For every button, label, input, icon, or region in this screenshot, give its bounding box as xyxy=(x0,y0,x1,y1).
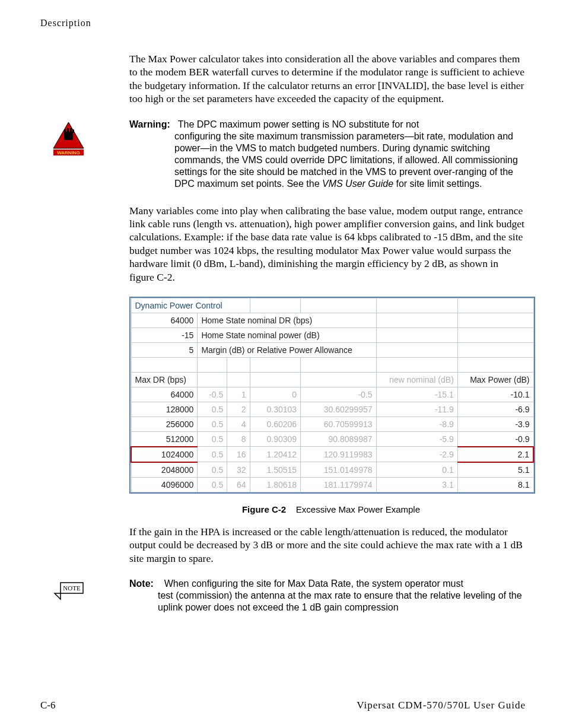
param-label: Home State nominal DR (bps) xyxy=(198,313,376,328)
warning-label: Warning: xyxy=(129,119,170,129)
paragraph-3: If the gain in the HPA is increased or t… xyxy=(129,525,526,565)
warning-tail: for site limit settings. xyxy=(393,179,482,189)
col-maxdr: Max DR (bps) xyxy=(131,372,198,387)
dpc-table: Dynamic Power Control 64000 Home State n… xyxy=(129,297,535,494)
note-body: test (commission) the antenna at the max… xyxy=(158,590,522,612)
figure-caption: Figure C-2 Excessive Max Power Example xyxy=(129,504,533,514)
svg-rect-2 xyxy=(64,129,66,133)
warning-line1 xyxy=(173,119,178,129)
param-value: 64000 xyxy=(131,313,198,328)
paragraph-2: Many variables come into play when calib… xyxy=(129,204,526,284)
table-row-highlighted: 1024000 0.5 16 1.20412 120.9119983 -2.9 … xyxy=(131,447,533,462)
table-row: 512000 0.5 8 0.90309 90.8089987 -5.9 -0.… xyxy=(131,431,533,447)
table-row: 128000 0.5 2 0.30103 30.60299957 -11.9 -… xyxy=(131,402,533,417)
table-row: 2048000 0.5 32 1.50515 151.0149978 0.1 5… xyxy=(131,462,533,478)
svg-rect-3 xyxy=(67,128,69,133)
table-row: 256000 0.5 4 0.60206 60.70599913 -8.9 -3… xyxy=(131,417,533,431)
table-title: Dynamic Power Control xyxy=(131,298,250,313)
warning-block: WARNING Warning: The DPC maximum power s… xyxy=(40,119,526,190)
page-header: Description xyxy=(40,18,526,28)
note-line1: When configuring the site for Max Data R… xyxy=(164,578,463,589)
warning-text: Warning: The DPC maximum power setting i… xyxy=(129,119,526,190)
svg-text:WARNING: WARNING xyxy=(57,150,80,155)
note-text: Note: When configuring the site for Max … xyxy=(129,578,526,613)
param-value: 5 xyxy=(131,342,198,357)
footer-doc-title: Vipersat CDM-570/570L User Guide xyxy=(357,700,526,711)
note-block: NOTE Note: When configuring the site for… xyxy=(40,578,526,613)
footer-page-number: C-6 xyxy=(40,700,56,711)
table-row: 4096000 0.5 64 1.80618 181.1179974 3.1 8… xyxy=(131,477,533,492)
param-label: Home State nominal power (dB) xyxy=(198,328,376,342)
note-icon: NOTE xyxy=(52,579,84,613)
page-footer: C-6 Vipersat CDM-570/570L User Guide xyxy=(40,700,526,711)
param-value: -15 xyxy=(131,328,198,342)
param-label: Margin (dB) or Relative Power Allowance xyxy=(198,342,376,357)
figure-text: Excessive Max Power Example xyxy=(296,504,420,514)
table-row: 64000 -0.5 1 0 -0.5 -15.1 -10.1 xyxy=(131,387,533,402)
warning-icon: WARNING xyxy=(52,121,88,190)
svg-rect-1 xyxy=(64,132,73,140)
svg-text:NOTE: NOTE xyxy=(63,584,81,592)
figure-label: Figure C-2 xyxy=(242,504,286,514)
paragraph-1: The Max Power calculator takes into cons… xyxy=(129,52,526,106)
note-label: Note: xyxy=(129,578,154,589)
svg-rect-4 xyxy=(70,128,72,133)
warning-italic: VMS User Guide xyxy=(322,179,393,189)
col-newnom: new nominal (dB) xyxy=(376,372,457,387)
col-maxpow: Max Power (dB) xyxy=(457,372,533,387)
